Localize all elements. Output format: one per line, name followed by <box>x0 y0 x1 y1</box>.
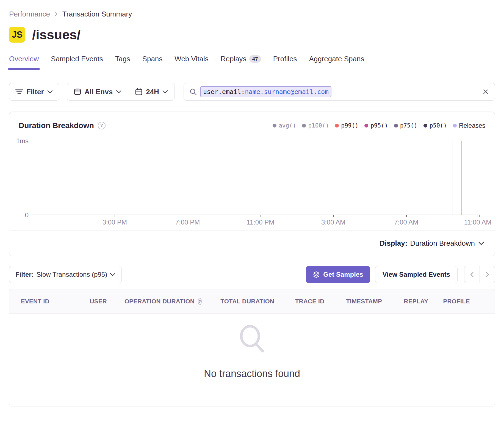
column-label: PROFILE <box>443 298 470 305</box>
samples-toolbar: Filter: Slow Transactions (p95) Get Samp… <box>9 266 495 283</box>
transaction-filter-dropdown[interactable]: Filter: Slow Transactions (p95) <box>9 266 122 283</box>
table-column-header: TIMESTAMP <box>326 298 402 305</box>
time-range-selector[interactable]: 24H <box>128 83 175 100</box>
get-samples-label: Get Samples <box>323 271 363 278</box>
table-column-header: PROFILE <box>430 298 483 305</box>
time-range-label: 24H <box>146 88 159 96</box>
legend-label: p95() <box>370 122 388 129</box>
empty-search-icon <box>236 323 268 356</box>
stack-icon <box>313 271 320 278</box>
table-column-header: TRACE ID <box>293 298 326 305</box>
window-icon <box>74 88 81 96</box>
legend-item[interactable]: p75() <box>394 122 417 129</box>
tab[interactable]: Replays 47 <box>221 55 261 69</box>
breadcrumb-performance[interactable]: Performance <box>9 10 50 18</box>
chevron-down-icon <box>116 90 121 94</box>
table-header-row: EVENT ID USER OPERATION DURATION ? TOTAL… <box>9 289 495 314</box>
display-selector-row: Display: Duration Breakdown <box>9 231 495 256</box>
view-sampled-events-button[interactable]: View Sampled Events <box>375 266 458 283</box>
plot-canvas: 3:00 PM 7:00 PM 11:00 PM 3:00 AM 7:00 AM… <box>32 141 480 215</box>
tab[interactable]: Profiles <box>273 55 297 69</box>
tab-label: Profiles <box>273 55 297 63</box>
legend-label: p75() <box>400 122 417 129</box>
tab-label: Web Vitals <box>175 55 208 63</box>
legend-item[interactable]: p50() <box>423 122 447 129</box>
legend-dot-icon <box>423 124 427 128</box>
tab-label: Replays <box>221 55 247 63</box>
table-column-header: OPERATION DURATION ? <box>125 298 201 305</box>
column-label: EVENT ID <box>21 298 49 305</box>
legend-item[interactable]: p99() <box>335 122 358 129</box>
y-axis-max-label: 1ms <box>16 137 29 145</box>
help-icon[interactable]: ? <box>98 122 106 129</box>
tab[interactable]: Aggregate Spans <box>309 55 364 69</box>
tab-label: Spans <box>142 55 163 63</box>
tab[interactable]: Spans <box>142 55 163 69</box>
tab-label: Aggregate Spans <box>309 55 364 63</box>
previous-page-button[interactable] <box>464 266 480 283</box>
environment-selector[interactable]: All Envs <box>67 83 128 100</box>
legend-item[interactable]: p100() <box>302 122 329 129</box>
next-page-button[interactable] <box>480 266 495 283</box>
search-filter-token[interactable]: user.email:name.surname@email.com <box>200 86 331 97</box>
calendar-icon <box>135 88 143 96</box>
chevron-down-icon <box>47 90 53 94</box>
legend-label: p50() <box>430 122 447 129</box>
tab[interactable]: Tags <box>115 55 130 69</box>
tabs-divider <box>0 69 504 69</box>
display-label: Display: <box>380 239 407 248</box>
chevron-down-icon <box>110 273 115 276</box>
legend-dot-icon <box>335 124 339 128</box>
env-time-group: All Envs 24H <box>67 83 175 101</box>
filter-button[interactable]: Filter <box>9 83 59 101</box>
tab[interactable]: Overview <box>9 55 39 69</box>
legend-item[interactable]: Releases <box>453 122 485 129</box>
legend-item[interactable]: p95() <box>364 122 388 129</box>
transaction-filter-label: Filter: <box>15 271 34 278</box>
transaction-filter-value: Slow Transactions (p95) <box>37 271 107 278</box>
x-tick-label: 3:00 PM <box>103 218 127 226</box>
column-label: TIMESTAMP <box>346 298 382 305</box>
legend-label: p99() <box>341 122 358 129</box>
release-line <box>461 141 462 215</box>
column-label: USER <box>90 298 107 305</box>
x-tick-label: 11:00 PM <box>247 218 274 226</box>
tab[interactable]: Sampled Events <box>51 55 103 69</box>
y-axis-min-label: 0 <box>25 211 29 219</box>
search-icon <box>189 88 197 96</box>
x-axis-labels: 3:00 PM 7:00 PM 11:00 PM 3:00 AM 7:00 AM… <box>32 215 493 229</box>
search-input[interactable]: user.email:name.surname@email.com <box>184 83 495 101</box>
table-column-header: REPLAY <box>402 298 430 305</box>
tab[interactable]: Web Vitals <box>175 55 208 69</box>
legend-dot-icon <box>394 124 398 128</box>
column-label: OPERATION DURATION <box>124 298 195 305</box>
table-column-header: USER <box>72 298 125 305</box>
clear-search-icon[interactable] <box>482 88 489 95</box>
filter-row: Filter All Envs <box>9 83 495 101</box>
table-column-header: EVENT ID <box>21 298 72 305</box>
transactions-table: EVENT ID USER OPERATION DURATION ? TOTAL… <box>9 289 495 406</box>
display-dropdown[interactable]: Duration Breakdown <box>410 239 484 248</box>
page-header: JS /issues/ <box>9 27 495 43</box>
table-empty-state: No transactions found <box>9 314 495 406</box>
duration-breakdown-card: Duration Breakdown ? avg() p100() <box>9 112 495 256</box>
column-label: REPLAY <box>404 298 428 305</box>
legend-dot-icon <box>302 124 306 128</box>
legend-item[interactable]: avg() <box>273 122 296 129</box>
tab-count-badge: 47 <box>249 55 261 63</box>
tab-label: Sampled Events <box>51 55 103 63</box>
get-samples-button[interactable]: Get Samples <box>306 266 370 283</box>
filter-icon <box>15 88 23 95</box>
y-axis: 1ms 0 <box>19 141 32 215</box>
x-tick-label: 7:00 AM <box>394 218 418 226</box>
tab-label: Overview <box>9 55 39 63</box>
legend-label: p100() <box>308 122 329 129</box>
token-key: user.email: <box>203 88 245 95</box>
breadcrumb-chevron-icon <box>54 12 59 16</box>
tab-label: Tags <box>115 55 130 63</box>
release-line <box>453 141 453 215</box>
chevron-down-icon <box>478 241 484 245</box>
chart-plot-area: 1ms 0 <box>19 141 480 215</box>
chevron-down-icon <box>162 90 168 94</box>
chart-legend: avg() p100() p99() <box>273 122 485 129</box>
